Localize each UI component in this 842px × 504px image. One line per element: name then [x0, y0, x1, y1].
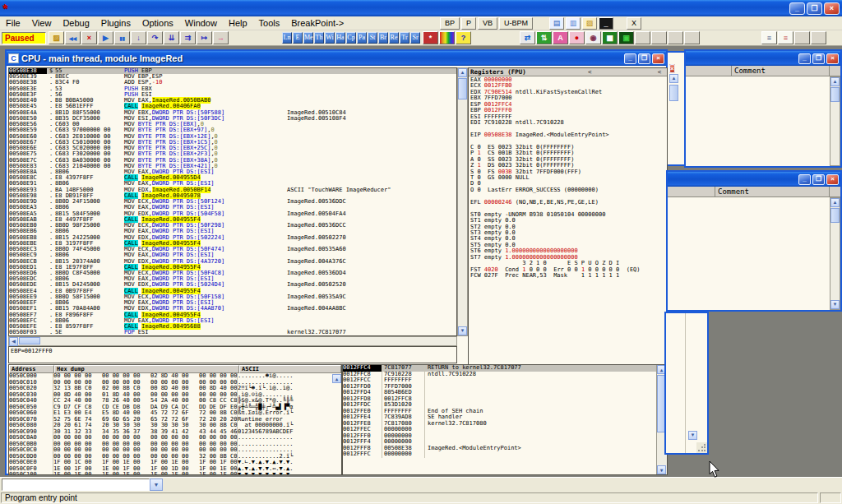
- minimize-button[interactable]: _: [798, 174, 811, 185]
- updown-icon[interactable]: ⇅: [536, 31, 552, 44]
- execute-till-return-icon[interactable]: ↦: [197, 31, 212, 44]
- toolbar-button-ln[interactable]: Ln: [282, 32, 292, 44]
- restore-button[interactable]: ❐: [807, 2, 822, 15]
- close-program-icon[interactable]: ×: [81, 31, 97, 44]
- menu-breakpoint[interactable]: BreakPoint->: [285, 17, 349, 29]
- record-icon[interactable]: ●: [569, 31, 585, 44]
- open-file-icon[interactable]: ▨: [49, 31, 64, 44]
- grid-icon[interactable]: ▦: [602, 31, 618, 44]
- disasm-row[interactable]: 00508EFE.E8 8597F8FFCALL ImageRed.004956…: [9, 324, 456, 330]
- stack-pane[interactable]: 0012FFC47C817077RETURN to kernel32.7C817…: [342, 364, 668, 475]
- log-list-icon[interactable]: ≡: [761, 31, 777, 44]
- scrollbar-thumb[interactable]: [458, 78, 467, 99]
- maximize-button[interactable]: ❐: [812, 174, 825, 185]
- toolbar-button-pa[interactable]: Pa: [357, 32, 367, 44]
- scroll-up-button[interactable]: ▲: [669, 74, 678, 83]
- disasm-row[interactable]: 00508E38$55PUSH EBP: [9, 68, 456, 74]
- menu-help[interactable]: Help: [223, 17, 253, 29]
- toolbar-button-sr[interactable]: Sr: [410, 32, 420, 44]
- stack-row[interactable]: 0012FFFC00000000: [343, 451, 667, 458]
- minimize-button[interactable]: _: [798, 53, 811, 64]
- scrollbar-thumb[interactable]: [669, 85, 678, 101]
- screen-icon[interactable]: ▣: [618, 31, 634, 44]
- register-line[interactable]: EIP 00508E38 ImageRed.<ModuleEntryPoint>: [469, 132, 667, 138]
- scroll-down-button[interactable]: ▼: [830, 300, 840, 309]
- rainbow-icon[interactable]: [439, 31, 455, 44]
- command-input[interactable]: [2, 479, 150, 491]
- swap-arrows-icon[interactable]: ⇄: [520, 31, 535, 44]
- toolbar-button-th[interactable]: Th: [314, 32, 324, 44]
- console-icon[interactable]: _: [599, 17, 613, 30]
- register-line[interactable]: FCW 027F Prec NEAR,53 Mask 1 1 1 1 1 1: [469, 273, 667, 279]
- column-header-comment[interactable]: Comment: [715, 187, 830, 197]
- scroll-up-button[interactable]: ▲: [458, 68, 467, 77]
- menu-view[interactable]: View: [26, 17, 58, 29]
- side-window-top-titlebar[interactable]: _ ❐ ×: [686, 51, 840, 66]
- cpu-titlebar[interactable]: C CPU - main thread, module ImageRed _ ❐…: [7, 51, 666, 66]
- animate-into-icon[interactable]: ⇊: [164, 31, 179, 44]
- toolbar-button-wi[interactable]: Wi: [325, 32, 335, 44]
- column-header-blank[interactable]: [686, 66, 732, 76]
- animate-over-icon[interactable]: ⇉: [180, 31, 196, 44]
- dump-pane[interactable]: Address Hex dump ASCII 0050C00000 00 00 …: [8, 364, 342, 475]
- patch-file-icon[interactable]: ▥: [566, 17, 581, 30]
- scroll-down-button[interactable]: ▼: [657, 465, 666, 474]
- registers-next-button[interactable]: <: [654, 68, 665, 76]
- menu-button-vb[interactable]: VB: [478, 17, 497, 30]
- menu-tools[interactable]: Tools: [253, 17, 286, 29]
- toolbar-button-ha[interactable]: Ha: [335, 32, 345, 44]
- registers-prev-button[interactable]: <: [584, 68, 595, 76]
- scroll-left-button[interactable]: ◀: [9, 337, 18, 346]
- register-line[interactable]: T 0 GS 0000 NULL: [469, 175, 667, 181]
- menu-file[interactable]: File: [0, 17, 26, 29]
- close-button[interactable]: ×: [824, 2, 840, 15]
- disasm-row[interactable]: 00508EF7.E8 F896F8FFCALL ImageRed.004955…: [9, 312, 456, 318]
- scroll-down-button[interactable]: ▼: [688, 431, 697, 440]
- disasm-row[interactable]: 00508E83.C683 21040000 00MOV BYTE PTR DS…: [9, 164, 456, 169]
- disasm-row[interactable]: 00508F03.5EPOP ESIkernel32.7C817077: [9, 330, 456, 335]
- scrollbar-thumb[interactable]: [830, 87, 840, 102]
- menu-plugins[interactable]: Plugins: [95, 17, 136, 29]
- disasm-row[interactable]: 00508ED6.8B0D C8F45000MOV ECX,DWORD PTR …: [9, 270, 456, 276]
- disasm-row[interactable]: 00508EC3.8B0D 74F45000MOV ECX,DWORD PTR …: [9, 247, 456, 252]
- menu-close-button[interactable]: X: [627, 17, 641, 30]
- disasm-row[interactable]: 00508EE9.8B0D 58F15000MOV ECX,DWORD PTR …: [9, 294, 456, 300]
- side-window-middle-titlebar[interactable]: _ ❐ ×: [668, 172, 840, 187]
- cpu-maximize-button[interactable]: ❐: [638, 53, 650, 64]
- scrollbar-thumb[interactable]: [830, 208, 840, 223]
- register-line[interactable]: EDI 7C910228 ntdll.7C910228: [469, 120, 667, 126]
- toolbar-button-tr[interactable]: Tr: [400, 32, 409, 44]
- disasm-row[interactable]: 00508E3B.83C4 F0ADD ESP,-10: [9, 80, 456, 86]
- register-line[interactable]: O 0 LastErr ERROR_SUCCESS (00000000): [469, 187, 667, 193]
- dump-scroll-up-button[interactable]: ▲: [332, 374, 341, 383]
- scroll-up-button[interactable]: ▲: [830, 198, 840, 207]
- disassembly-hscrollbar[interactable]: ◀: [8, 336, 457, 346]
- menu-options[interactable]: Options: [136, 17, 179, 29]
- cpu-minimize-button[interactable]: _: [624, 53, 636, 64]
- menu-debug[interactable]: Debug: [57, 17, 95, 29]
- toolbar-button-e[interactable]: E: [293, 32, 303, 44]
- info-pane[interactable]: EBP=0012FFF0: [8, 346, 457, 363]
- minimize-button[interactable]: _: [789, 2, 805, 15]
- toolbar-button-me[interactable]: Me: [303, 32, 313, 44]
- copy-to-executable-icon[interactable]: ▤: [549, 17, 564, 30]
- register-line[interactable]: EFL 00000246 (NO,NB,E,BE,NS,PE,GE,LE): [469, 200, 667, 206]
- toolbar-button-br[interactable]: Br: [378, 32, 388, 44]
- main-titlebar[interactable]: * _ ❐ ×: [0, 0, 842, 16]
- toolbar-button-cp[interactable]: Cp: [346, 32, 356, 44]
- step-into-icon[interactable]: ↓: [131, 31, 146, 44]
- spiral-icon[interactable]: ◉: [585, 31, 601, 44]
- side-window-middle-scrollbar[interactable]: ▲ ▼: [830, 197, 840, 310]
- registers-pane[interactable]: Registers (FPU) < < EAX 00000000ECX 0012…: [468, 67, 668, 365]
- disassembly-pane[interactable]: 00508E38$55PUSH EBP00508E39.8BECMOV EBP,…: [8, 67, 457, 336]
- menu-button-ubpm[interactable]: U-BPM: [499, 17, 533, 30]
- open-folder-icon[interactable]: ▨: [582, 17, 597, 30]
- goto-address-icon[interactable]: →: [213, 31, 229, 44]
- side-window-top-scrollbar[interactable]: ▲: [830, 76, 840, 166]
- menu-button-p[interactable]: P: [461, 17, 476, 30]
- toolbar-button-re[interactable]: Re: [389, 32, 399, 44]
- command-dropdown-button[interactable]: ▼: [150, 479, 163, 491]
- resize-grip[interactable]: [696, 442, 707, 453]
- scroll-up-button[interactable]: ▲: [830, 77, 840, 86]
- step-over-icon[interactable]: ↷: [147, 31, 163, 44]
